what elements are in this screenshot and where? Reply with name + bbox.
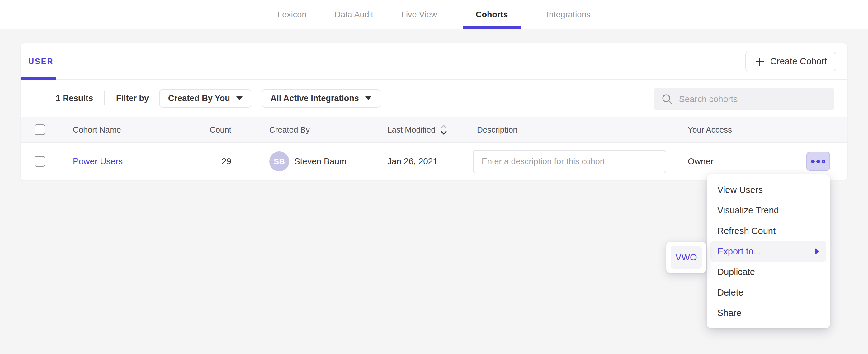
cohort-table-header: Cohort Name Count Created By Last Modifi…: [21, 117, 847, 143]
header-cohort-name: Cohort Name: [73, 117, 121, 142]
header-count: Count: [177, 117, 231, 142]
cohort-name-link[interactable]: Power Users: [73, 157, 123, 166]
header-last-modified-label: Last Modified: [387, 125, 436, 135]
row-actions-menu: View Users Visualize Trend Refresh Count…: [707, 174, 830, 328]
row-checkbox[interactable]: [35, 156, 45, 167]
nav-tab-cohorts[interactable]: Cohorts: [463, 0, 521, 29]
create-cohort-label: Create Cohort: [770, 56, 827, 67]
created-by-cell: SB Steven Baum: [269, 143, 346, 180]
header-description: Description: [477, 117, 518, 142]
chevron-down-icon: [236, 96, 243, 100]
cohorts-panel: USER Create Cohort 1 Results Filter by C…: [21, 43, 847, 180]
header-your-access: Your Access: [688, 117, 732, 142]
nav-tab-live-view[interactable]: Live View: [399, 0, 439, 29]
nav-tab-data-audit[interactable]: Data Audit: [333, 0, 375, 29]
sort-icon[interactable]: [440, 124, 447, 136]
integrations-filter-dropdown[interactable]: All Active Integrations: [262, 89, 380, 108]
header-created-by: Created By: [269, 117, 310, 142]
search-cohorts-box: [654, 88, 834, 110]
ellipsis-icon: [816, 160, 820, 163]
ellipsis-icon: [822, 160, 825, 163]
menu-item-duplicate[interactable]: Duplicate: [707, 262, 830, 282]
menu-item-export-to[interactable]: Export to...: [710, 241, 826, 262]
cohort-count: 29: [177, 143, 231, 180]
create-cohort-button[interactable]: Create Cohort: [745, 52, 836, 71]
menu-item-delete[interactable]: Delete: [707, 282, 830, 303]
chevron-down-icon: [365, 96, 371, 100]
submenu-item-vwo[interactable]: VWO: [671, 246, 702, 269]
top-navigation: Lexicon Data Audit Live View Cohorts Int…: [0, 0, 868, 29]
created-by-filter-dropdown[interactable]: Created By You: [159, 89, 251, 108]
panel-tabs-row: USER Create Cohort: [21, 43, 847, 79]
vertical-divider: [104, 91, 105, 105]
nav-tab-lexicon[interactable]: Lexicon: [276, 0, 308, 29]
row-actions-button[interactable]: [806, 152, 830, 171]
tab-user-active-underline: [21, 77, 56, 79]
menu-item-refresh-count[interactable]: Refresh Count: [707, 221, 830, 241]
avatar: SB: [269, 152, 289, 171]
menu-item-view-users[interactable]: View Users: [707, 180, 830, 200]
last-modified-date: Jan 26, 2021: [387, 143, 438, 180]
header-last-modified[interactable]: Last Modified: [387, 117, 447, 142]
ellipsis-icon: [811, 160, 815, 163]
search-icon: [661, 94, 673, 105]
created-by-name: Steven Baum: [294, 157, 346, 166]
export-submenu: VWO: [666, 242, 706, 273]
submenu-arrow-icon: [815, 248, 819, 255]
description-input[interactable]: [473, 150, 666, 173]
filter-bar: 1 Results Filter by Created By You All A…: [21, 79, 847, 117]
search-cohorts-input[interactable]: [679, 94, 827, 104]
results-count: 1 Results: [56, 94, 93, 103]
created-by-filter-label: Created By You: [168, 94, 230, 103]
plus-icon: [755, 57, 765, 67]
select-all-checkbox[interactable]: [35, 124, 45, 135]
nav-tab-integrations[interactable]: Integrations: [545, 0, 592, 29]
filter-by-label: Filter by: [116, 94, 149, 103]
integrations-filter-label: All Active Integrations: [271, 94, 359, 103]
menu-item-share[interactable]: Share: [707, 303, 830, 323]
menu-item-export-to-label: Export to...: [717, 246, 761, 257]
tab-user[interactable]: USER: [28, 57, 54, 66]
menu-item-visualize-trend[interactable]: Visualize Trend: [707, 200, 830, 221]
